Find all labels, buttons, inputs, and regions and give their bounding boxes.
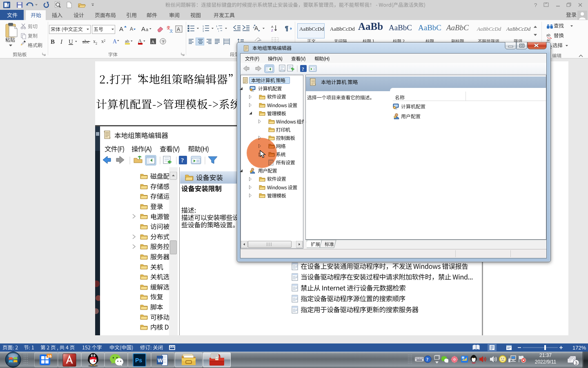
svg-text:字: 字: [162, 40, 165, 44]
svg-text:?: ?: [302, 66, 304, 72]
svg-text:Z: Z: [271, 29, 273, 32]
svg-text:2: 2: [104, 39, 105, 43]
svg-text:A: A: [141, 25, 145, 32]
svg-text:I: I: [60, 38, 63, 45]
svg-text:A: A: [138, 38, 142, 44]
svg-text:2: 2: [96, 42, 97, 45]
svg-text:?: ?: [426, 357, 429, 362]
svg-text:A: A: [130, 26, 133, 32]
svg-text:3: 3: [575, 361, 577, 366]
svg-text:W: W: [4, 2, 9, 8]
svg-text:ab: ab: [546, 33, 550, 37]
svg-text:A: A: [177, 27, 180, 32]
svg-text:ac: ac: [547, 38, 551, 42]
svg-text:U: U: [69, 38, 73, 45]
svg-text:ab: ab: [125, 38, 129, 43]
svg-text:a: a: [146, 27, 149, 32]
svg-text:16: 16: [47, 354, 51, 358]
svg-text:W: W: [158, 357, 163, 364]
svg-text:Ps: Ps: [135, 357, 142, 364]
svg-text:¶: ¶: [285, 25, 288, 31]
svg-text:文: 文: [169, 29, 173, 33]
svg-text:A: A: [271, 25, 274, 29]
svg-text:?: ?: [181, 157, 184, 164]
svg-text:B: B: [51, 38, 55, 45]
svg-text:A: A: [151, 39, 155, 44]
svg-text:i: i: [218, 30, 219, 32]
svg-text:3: 3: [203, 30, 204, 32]
svg-text:A: A: [113, 38, 117, 45]
svg-text:?: ?: [534, 2, 537, 8]
svg-text:A: A: [119, 25, 123, 32]
